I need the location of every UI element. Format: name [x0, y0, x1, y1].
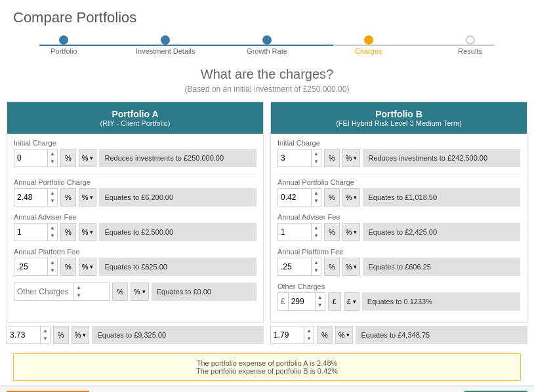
spin-up[interactable]: ▲	[312, 259, 321, 267]
spin-up[interactable]: ▲	[312, 224, 321, 232]
step-portfolio[interactable]: Portfolio	[13, 35, 115, 55]
portfolio-b-annual-platform-spin[interactable]: ▲ ▼	[311, 258, 321, 276]
portfolio-a-other-charges-unit[interactable]: %	[112, 283, 128, 301]
progress-bar: Portfolio Investment Details Growth Rate…	[0, 30, 534, 58]
spin-up[interactable]: ▲	[312, 150, 321, 158]
portfolio-b-annual-adviser-unit[interactable]: %	[324, 223, 340, 241]
spin-down[interactable]: ▼	[41, 335, 50, 343]
spin-down[interactable]: ▼	[48, 267, 57, 275]
portfolio-a-initial-charge-unit[interactable]: %	[60, 149, 76, 167]
portfolio-a-annual-portfolio-field[interactable]	[14, 191, 47, 203]
portfolio-b-annual-platform-unit-select[interactable]: %	[342, 258, 361, 276]
spin-down[interactable]: ▼	[74, 292, 83, 300]
total-a-unit[interactable]: %	[53, 326, 69, 344]
spin-up[interactable]: ▲	[48, 150, 57, 158]
progress-steps: Portfolio Investment Details Growth Rate…	[13, 35, 521, 55]
portfolio-a-annual-platform-input[interactable]: ▲ ▼	[14, 258, 58, 276]
portfolio-b-other-charges-field[interactable]	[289, 296, 315, 307]
portfolio-b: Portfolio B (FEI Hybrid Risk Level 3 Med…	[270, 102, 527, 323]
spin-up[interactable]: ▲	[304, 327, 314, 335]
portfolio-a-other-charges-field[interactable]	[14, 286, 73, 298]
portfolio-a-annual-portfolio-row: Annual Portfolio Charge ▲ ▼ % % Equates …	[14, 178, 257, 206]
spin-up[interactable]: ▲	[48, 189, 57, 197]
portfolio-b-annual-platform-unit[interactable]: %	[324, 258, 340, 276]
total-a-unit-select[interactable]: %	[72, 326, 90, 344]
spin-up[interactable]: ▲	[41, 327, 50, 335]
portfolio-a-initial-charge-unit-select[interactable]: %	[79, 149, 97, 167]
total-a-field[interactable]	[7, 329, 40, 341]
portfolio-a-other-charges-spin[interactable]: ▲ ▼	[73, 283, 83, 301]
spin-down[interactable]: ▼	[304, 335, 314, 343]
spin-down[interactable]: ▼	[316, 302, 325, 309]
portfolio-b-annual-portfolio-unit-select[interactable]: %	[342, 188, 361, 206]
portfolio-b-other-charges-unit-select[interactable]: £	[344, 292, 359, 311]
total-b-unit-select[interactable]: %	[335, 326, 354, 344]
portfolio-b-other-charges-input[interactable]: £ ▲ ▼	[277, 292, 325, 311]
portfolio-b-annual-portfolio-spin[interactable]: ▲ ▼	[311, 188, 321, 206]
step-investment-details[interactable]: Investment Details	[115, 35, 216, 55]
portfolio-b-initial-charge-spin[interactable]: ▲ ▼	[311, 149, 321, 167]
portfolio-b-annual-portfolio-input-row: ▲ ▼ % % Equates to £1,018.50	[277, 188, 520, 206]
portfolio-a-annual-platform-label: Annual Platform Fee	[14, 248, 257, 256]
spin-up[interactable]: ▲	[74, 284, 83, 292]
spin-up[interactable]: ▲	[316, 294, 325, 302]
total-a-input[interactable]: ▲ ▼	[7, 326, 51, 344]
portfolio-b-annual-portfolio-input[interactable]: ▲ ▼	[277, 188, 321, 206]
portfolio-a-annual-portfolio-spin[interactable]: ▲ ▼	[47, 188, 57, 206]
spin-up[interactable]: ▲	[312, 189, 321, 197]
spin-up[interactable]: ▲	[48, 224, 57, 232]
portfolio-b-initial-charge-input[interactable]: ▲ ▼	[277, 149, 321, 167]
spin-down[interactable]: ▼	[312, 197, 321, 205]
step-charges[interactable]: Charges	[318, 35, 419, 55]
portfolio-a-annual-platform-field[interactable]	[14, 261, 47, 273]
portfolio-a-annual-adviser-unit-select[interactable]: %	[79, 223, 97, 241]
portfolio-b-initial-charge-unit-select[interactable]: %	[342, 149, 361, 167]
spin-down[interactable]: ▼	[312, 232, 321, 240]
portfolio-b-initial-charge-equates: Reduces investments to £242,500.00	[363, 149, 520, 167]
spin-down[interactable]: ▼	[48, 158, 57, 166]
step-growth-rate[interactable]: Growth Rate	[216, 35, 318, 55]
total-b-spin[interactable]: ▲ ▼	[304, 326, 314, 344]
portfolio-b-annual-platform-field[interactable]	[278, 261, 311, 273]
portfolio-b-annual-portfolio-unit[interactable]: %	[324, 188, 340, 206]
portfolio-b-annual-adviser-field[interactable]	[278, 226, 311, 238]
total-b-unit[interactable]: %	[317, 326, 333, 344]
portfolio-b-annual-adviser-unit-select[interactable]: %	[342, 223, 361, 241]
portfolio-b-other-charges-spin[interactable]: ▲ ▼	[315, 292, 325, 311]
total-a-spin[interactable]: ▲ ▼	[40, 326, 50, 344]
portfolio-a-annual-adviser-input[interactable]: ▲ ▼	[14, 223, 58, 241]
portfolio-a-initial-charge-input[interactable]: ▲ ▼	[14, 149, 58, 167]
portfolio-a-annual-portfolio-label: Annual Portfolio Charge	[14, 178, 257, 186]
portfolio-a-annual-platform-unit-select[interactable]: %	[79, 258, 97, 276]
portfolio-a-annual-portfolio-unit[interactable]: %	[60, 188, 76, 206]
portfolio-b-other-charges-unit[interactable]: £	[328, 292, 341, 311]
spin-down[interactable]: ▼	[312, 158, 321, 166]
portfolio-b-annual-portfolio-field[interactable]	[278, 191, 311, 203]
portfolio-a-initial-charge-field[interactable]	[14, 152, 47, 164]
portfolio-a-other-charges-input[interactable]: ▲ ▼	[14, 283, 110, 301]
spin-down[interactable]: ▼	[48, 232, 57, 240]
portfolio-a-initial-charge-spin[interactable]: ▲ ▼	[47, 149, 57, 167]
total-b-equates: Equates to £4,348.75	[356, 326, 527, 344]
portfolio-b-initial-charge-row: Initial Charge ▲ ▼ % % Reduces investmen…	[277, 139, 520, 167]
spin-up[interactable]: ▲	[48, 259, 57, 267]
portfolio-b-initial-charge-field[interactable]	[278, 152, 311, 164]
portfolio-a-annual-platform-unit[interactable]: %	[60, 258, 76, 276]
portfolio-a-annual-platform-spin[interactable]: ▲ ▼	[47, 258, 57, 276]
portfolio-a-annual-portfolio-unit-select[interactable]: %	[79, 188, 97, 206]
total-b-field[interactable]	[271, 329, 304, 341]
portfolio-b-annual-adviser-spin[interactable]: ▲ ▼	[311, 223, 321, 241]
portfolio-a-annual-adviser-spin[interactable]: ▲ ▼	[47, 223, 57, 241]
portfolio-b-annual-platform-input[interactable]: ▲ ▼	[277, 258, 321, 276]
portfolio-a-annual-adviser-unit[interactable]: %	[60, 223, 76, 241]
footer-nav: ◀ Growth Rate Results ▶	[0, 385, 534, 392]
spin-down[interactable]: ▼	[48, 197, 57, 205]
portfolio-a-other-charges-unit-select[interactable]: %	[131, 283, 149, 301]
total-b-input[interactable]: ▲ ▼	[270, 326, 314, 344]
portfolio-b-annual-adviser-input[interactable]: ▲ ▼	[277, 223, 321, 241]
portfolio-a-annual-portfolio-input[interactable]: ▲ ▼	[14, 188, 58, 206]
portfolio-b-initial-charge-unit[interactable]: %	[324, 149, 340, 167]
portfolio-a-annual-adviser-field[interactable]	[14, 226, 47, 238]
spin-down[interactable]: ▼	[312, 267, 321, 275]
step-results[interactable]: Results	[419, 35, 521, 55]
